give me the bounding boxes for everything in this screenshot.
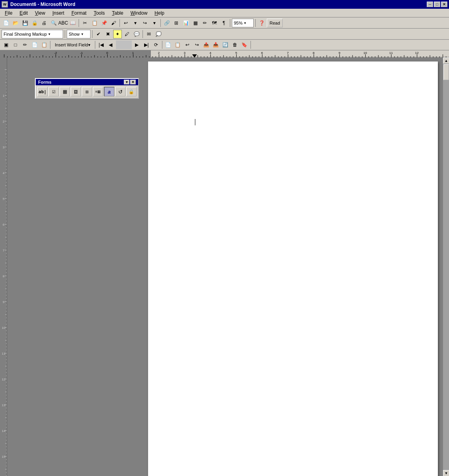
menu-file[interactable]: File [2, 10, 15, 17]
help-button[interactable]: ❓ [257, 19, 266, 27]
columns-button[interactable]: ▦ [191, 19, 200, 27]
field-btn-g[interactable]: 🔄 [221, 40, 230, 49]
sep-t3-3 [162, 41, 162, 49]
document-area[interactable]: Forms ▾ ✕ ab| ☑ ▦ 🖼 ⊞ ≡▦ a ↺ 🔒 [7, 58, 443, 476]
field-shading-btn[interactable] [116, 40, 132, 49]
vertical-scrollbar[interactable]: ▲ ▼ [443, 58, 449, 476]
separator-2 [119, 19, 120, 27]
permission-button[interactable]: 🔒 [30, 19, 39, 27]
menu-edit[interactable]: Edit [16, 10, 31, 17]
reject-change-button[interactable]: ✖ [104, 30, 112, 38]
menu-help[interactable]: Help [151, 10, 168, 17]
forms-title-bar[interactable]: Forms ▾ ✕ [36, 79, 138, 85]
separator-1 [79, 19, 79, 27]
app-icon: W [2, 1, 8, 8]
separator-3 [160, 19, 161, 27]
tables-button[interactable]: ⊞ [172, 19, 181, 27]
field-btn-d[interactable]: ↪ [193, 40, 201, 49]
research-button[interactable]: 📖 [68, 19, 77, 27]
forms-title-controls: ▾ ✕ [124, 80, 136, 84]
menu-view[interactable]: View [32, 10, 48, 17]
read-button[interactable]: Read [267, 19, 283, 27]
field-btn-b[interactable]: 📋 [173, 40, 182, 49]
field-icon-3[interactable]: ✏ [21, 40, 29, 49]
show-dropdown[interactable]: Show ▾ [67, 30, 91, 38]
reset-form-button[interactable]: ↺ [115, 87, 125, 96]
field-btn-f[interactable]: 📥 [212, 40, 220, 49]
field-icon-1[interactable]: ▣ [2, 40, 10, 49]
comment-button[interactable]: 💬 [132, 30, 141, 38]
spell-check-button[interactable]: ABC [59, 19, 67, 27]
document-map-button[interactable]: 🗺 [210, 19, 219, 27]
text-cursor [195, 119, 195, 125]
drawing-button[interactable]: ✏ [200, 19, 209, 27]
scroll-down-button[interactable]: ▼ [443, 470, 449, 476]
menu-table[interactable]: Table [109, 10, 127, 17]
scroll-track[interactable] [443, 64, 449, 470]
close-button[interactable]: ✕ [441, 2, 447, 7]
paste-button[interactable]: 📌 [100, 19, 108, 27]
frame-button[interactable]: ▦ [60, 87, 70, 96]
format-painter-button[interactable]: 🖌 [109, 19, 118, 27]
insert-frame-button[interactable]: ≡▦ [93, 87, 103, 96]
new-button[interactable]: 📄 [2, 19, 10, 27]
chat-button[interactable]: 💭 [154, 30, 163, 38]
field-icon-5[interactable]: 📋 [40, 40, 48, 49]
field-nav-next[interactable]: ▶ [133, 40, 141, 49]
print-button[interactable]: 🖨 [40, 19, 48, 27]
field-nav-prev[interactable]: ◀ [106, 40, 115, 49]
field-btn-h[interactable]: 🗑 [231, 40, 239, 49]
print-preview-button[interactable]: 🔍 [49, 19, 58, 27]
save-button[interactable]: 💾 [21, 19, 29, 27]
undo-button[interactable]: ↩ [121, 19, 130, 27]
insert-picture-button[interactable]: 🖼 [71, 87, 81, 96]
redo-dropdown[interactable]: ▾ [150, 19, 159, 27]
text-form-field-button[interactable]: ab| [37, 87, 48, 96]
forms-close-button[interactable]: ✕ [130, 80, 136, 84]
form-shading-button[interactable]: a [104, 87, 114, 96]
email-button[interactable]: ✉ [145, 30, 153, 38]
markup-dropdown[interactable]: Final Showing Markup ▾ [2, 30, 63, 38]
forms-minimize-button[interactable]: ▾ [124, 80, 129, 84]
field-icon-2[interactable]: □ [11, 40, 20, 49]
highlight-button[interactable]: ✦ [113, 30, 122, 38]
insert-word-field-button[interactable]: Insert Word Field ▾ [52, 40, 93, 49]
undo-dropdown[interactable]: ▾ [131, 19, 140, 27]
maximize-button[interactable]: □ [434, 2, 440, 7]
field-btn-e[interactable]: 📤 [202, 40, 211, 49]
track-changes-button[interactable]: 🖊 [123, 30, 131, 38]
menu-insert[interactable]: Insert [49, 10, 67, 17]
accept-change-button[interactable]: ✔ [94, 30, 103, 38]
show-hide-button[interactable]: ¶ [220, 19, 228, 27]
insert-table-button[interactable]: ⊞ [82, 87, 92, 96]
field-btn-i[interactable]: 🔖 [240, 40, 249, 49]
sep-t2-1 [65, 30, 65, 38]
insert-hyperlink-button[interactable]: 🔗 [162, 19, 171, 27]
menu-window[interactable]: Window [127, 10, 151, 17]
main-area: Forms ▾ ✕ ab| ☑ ▦ 🖼 ⊞ ≡▦ a ↺ 🔒 ▲ [0, 58, 449, 476]
copy-button[interactable]: 📋 [90, 19, 99, 27]
menu-tools[interactable]: Tools [91, 10, 108, 17]
menu-format[interactable]: Format [68, 10, 90, 17]
field-nav-last[interactable]: ▶| [142, 40, 151, 49]
toolbar-fields: ▣ □ ✏ 📄 📋 Insert Word Field ▾ |◀ ◀ ▶ ▶| … [0, 40, 449, 50]
field-nav-first[interactable]: |◀ [97, 40, 106, 49]
separator-4 [230, 19, 230, 27]
separator-5 [255, 19, 256, 27]
field-update-btn[interactable]: ⟳ [152, 40, 160, 49]
scroll-up-button[interactable]: ▲ [443, 58, 449, 64]
document-page[interactable] [148, 61, 438, 476]
redo-button[interactable]: ↪ [141, 19, 149, 27]
field-btn-c[interactable]: ↩ [183, 40, 192, 49]
insert-table-button[interactable]: 📊 [181, 19, 190, 27]
field-icon-4[interactable]: 📄 [30, 40, 39, 49]
protect-form-button[interactable]: 🔒 [126, 87, 137, 96]
minimize-button[interactable]: ─ [427, 2, 433, 7]
insert-word-field-arrow: ▾ [88, 42, 91, 48]
checkbox-form-field-button[interactable]: ☑ [48, 87, 59, 96]
zoom-dropdown[interactable]: 95% ▾ [232, 19, 254, 27]
open-button[interactable]: 📂 [11, 19, 20, 27]
cut-button[interactable]: ✂ [81, 19, 89, 27]
scroll-thumb[interactable] [443, 64, 449, 80]
field-btn-a[interactable]: 📄 [164, 40, 173, 49]
